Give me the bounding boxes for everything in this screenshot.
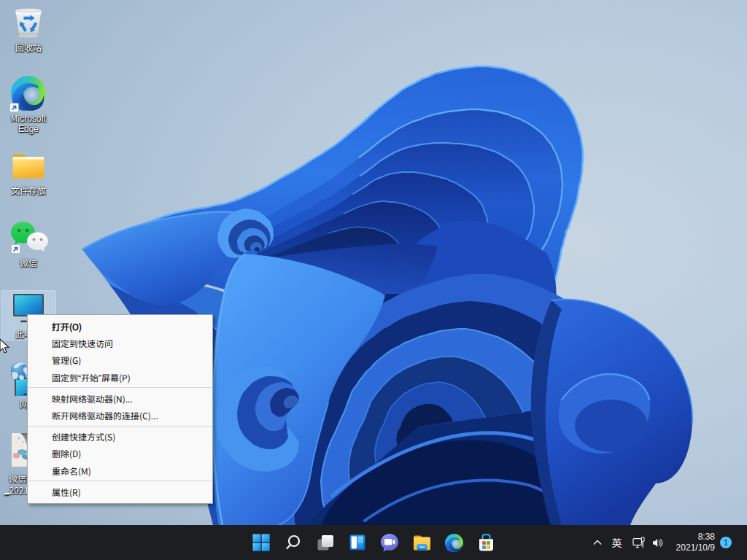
recycle-bin-icon [12, 7, 44, 41]
search-icon [285, 534, 302, 551]
tray-chevron-button[interactable] [588, 540, 607, 545]
taskbar: 英 8:38 2021/10/9 1 [0, 525, 747, 560]
taskbar-tray: 英 8:38 2021/10/9 1 [588, 525, 747, 560]
tray-date: 2021/10/9 [676, 542, 715, 553]
task-view-icon [317, 534, 334, 551]
icon-label: Microsoft Edge [3, 113, 54, 133]
tray-time: 8:38 [676, 532, 715, 542]
menu-item-map-drive[interactable]: 映射网络驱动器(N)... [28, 390, 212, 407]
widgets-button[interactable] [341, 525, 374, 560]
shortcut-arrow-icon [9, 103, 19, 112]
desktop-icon-files-folder[interactable]: 文件存放 [1, 146, 56, 195]
menu-item-disconnect-drive[interactable]: 断开网络驱动器的连接(C)... [28, 407, 212, 424]
store-button[interactable] [470, 525, 502, 560]
menu-item-properties[interactable]: 属性(R) [28, 483, 212, 500]
menu-item-pin-quick-access[interactable]: 固定到快速访问 [28, 335, 212, 351]
edge-taskbar-button[interactable] [438, 525, 470, 560]
mouse-cursor [0, 338, 9, 354]
menu-item-delete[interactable]: 删除(D) [28, 445, 212, 462]
windows-start-icon [252, 534, 270, 551]
task-view-button[interactable] [309, 525, 341, 560]
menu-separator [28, 481, 212, 481]
search-button[interactable] [277, 525, 309, 560]
icon-art [11, 221, 49, 257]
menu-item-pin-start[interactable]: 固定到“开始”屏幕(P) [28, 369, 212, 386]
file-explorer-button[interactable] [406, 525, 438, 560]
menu-item-rename[interactable]: 重命名(M) [28, 462, 212, 479]
desktop-icon-wechat[interactable]: 微信 [1, 217, 56, 268]
icon-art [11, 76, 46, 111]
ime-indicator[interactable]: 英 [607, 535, 627, 550]
microsoft-store-icon [477, 534, 495, 552]
icon-label: 回收站 [1, 42, 56, 52]
file-explorer-icon [413, 534, 431, 552]
icon-label: 文件存放 [1, 185, 56, 195]
chat-button[interactable] [374, 525, 406, 560]
context-menu: 打开(O) 固定到快速访问 管理(G) 固定到“开始”屏幕(P) 映射网络驱动器… [27, 314, 213, 504]
notification-badge[interactable]: 1 [720, 537, 732, 548]
desktop-icon-microsoft-edge[interactable]: Microsoft Edge [1, 76, 56, 133]
widgets-icon [349, 534, 366, 551]
menu-item-manage[interactable]: 管理(G) [28, 351, 212, 368]
menu-item-create-shortcut[interactable]: 创建快捷方式(S) [28, 428, 212, 445]
menu-separator [28, 426, 212, 427]
ethernet-icon [632, 537, 645, 549]
tray-clock[interactable]: 8:38 2021/10/9 [676, 532, 715, 553]
desktop-icon-recycle-bin[interactable]: 回收站 [1, 6, 56, 52]
taskbar-center-buttons [245, 525, 502, 560]
volume-tray-button[interactable] [649, 537, 667, 549]
start-button[interactable] [245, 525, 277, 560]
speaker-icon [651, 537, 664, 549]
icon-label: 微信 [1, 257, 56, 268]
menu-item-open[interactable]: 打开(O) [28, 318, 212, 335]
teams-chat-icon [380, 533, 399, 552]
menu-separator [28, 387, 212, 388]
network-tray-button[interactable] [630, 537, 649, 549]
shortcut-arrow-icon [11, 244, 20, 254]
folder-icon [12, 152, 45, 179]
edge-icon [445, 534, 463, 552]
label-overflow-dash [4, 493, 9, 494]
chevron-up-icon [593, 540, 602, 545]
